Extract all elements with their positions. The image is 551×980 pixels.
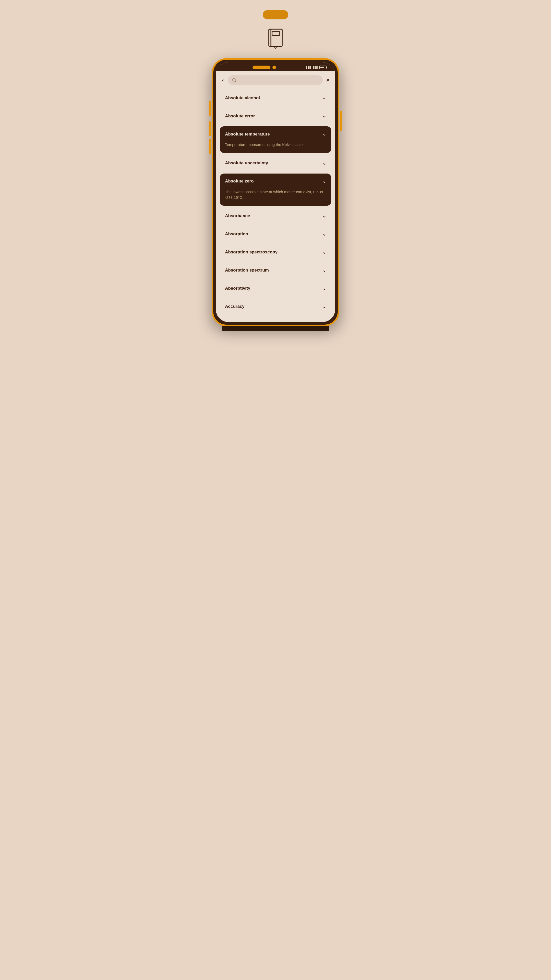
def-item-header-absolute-error[interactable]: Absolute error⌄: [220, 108, 331, 124]
notch-dot: [272, 65, 276, 69]
def-term-absorptivity: Absorptivity: [225, 286, 250, 291]
title-badge: [263, 10, 288, 19]
page-wrapper: ▮▮▮ ▮▮▮ ‹: [204, 10, 347, 326]
def-item-header-absolute-alcohol[interactable]: Absolute alcohol⌄: [220, 90, 331, 106]
chevron-icon-absorption-spectroscopy: ⌄: [322, 250, 326, 255]
svg-line-4: [235, 81, 236, 82]
search-box[interactable]: [228, 75, 323, 85]
def-term-absolute-zero: Absolute zero: [225, 179, 254, 184]
book-icon: [264, 27, 287, 51]
def-term-absorption: Absorption: [225, 231, 248, 237]
def-item-absorbance[interactable]: Absorbance⌄: [220, 208, 331, 224]
def-item-header-absorption-spectroscopy[interactable]: Absorption spectroscopy⌄: [220, 245, 331, 260]
def-term-accuracy: Accuracy: [225, 304, 245, 309]
def-item-header-absolute-zero[interactable]: Absolute zero⌄: [220, 173, 331, 189]
def-item-absorption-spectrum[interactable]: Absorption spectrum⌄: [220, 262, 331, 278]
search-icon: [232, 78, 237, 83]
def-term-absolute-alcohol: Absolute alcohol: [225, 95, 260, 100]
status-icons: ▮▮▮ ▮▮▮: [306, 65, 328, 69]
def-item-header-absorptivity[interactable]: Absorptivity⌄: [220, 281, 331, 296]
chevron-icon-absolute-error: ⌄: [322, 113, 326, 119]
battery-icon: [319, 65, 327, 69]
chevron-icon-absolute-temperature: ⌄: [322, 131, 326, 137]
def-body-absolute-temperature: Temperature measured using the Kelvin sc…: [220, 142, 331, 153]
chevron-icon-absorbance: ⌄: [322, 213, 326, 219]
def-item-absolute-uncertainty[interactable]: Absolute uncertainty⌄: [220, 156, 331, 171]
notch-pill: [252, 65, 270, 69]
def-body-absolute-zero: The lowest possible state at which matte…: [220, 189, 331, 206]
def-term-absolute-uncertainty: Absolute uncertainty: [225, 161, 268, 165]
status-notch: [252, 65, 276, 69]
def-term-absolute-temperature: Absolute temperature: [225, 132, 270, 137]
battery-fill: [321, 67, 324, 68]
chevron-icon-absorption-spectrum: ⌄: [322, 268, 326, 273]
def-item-absolute-temperature[interactable]: Absolute temperature⌄Temperature measure…: [220, 126, 331, 153]
def-term-absolute-error: Absolute error: [225, 114, 255, 119]
phone-screen: ▮▮▮ ▮▮▮ ‹: [216, 62, 335, 322]
definitions-list: Absolute alcohol⌄Absolute error⌄Absolute…: [216, 88, 335, 322]
def-item-header-accuracy[interactable]: Accuracy⌄: [220, 299, 331, 314]
def-item-absorptivity[interactable]: Absorptivity⌄: [220, 281, 331, 296]
def-term-absorption-spectroscopy: Absorption spectroscopy: [225, 250, 278, 255]
signal-icon: ▮▮▮: [306, 65, 311, 69]
phone-outer: ▮▮▮ ▮▮▮ ‹: [212, 58, 339, 326]
svg-rect-2: [272, 32, 279, 35]
chevron-icon-absorption: ⌄: [322, 231, 326, 237]
def-item-header-absorbance[interactable]: Absorbance⌄: [220, 208, 331, 224]
def-item-header-absolute-temperature[interactable]: Absolute temperature⌄: [220, 126, 331, 142]
def-item-absolute-alcohol[interactable]: Absolute alcohol⌄: [220, 90, 331, 106]
chevron-icon-absorptivity: ⌄: [322, 286, 326, 291]
def-item-absorption-spectroscopy[interactable]: Absorption spectroscopy⌄: [220, 245, 331, 260]
wifi-icon: ▮▮▮: [313, 65, 318, 69]
status-bar: ▮▮▮ ▮▮▮: [216, 62, 335, 71]
phone-frame: ▮▮▮ ▮▮▮ ‹: [212, 58, 339, 326]
chevron-icon-absolute-zero: ⌄: [322, 179, 326, 184]
chevron-icon-accuracy: ⌄: [322, 304, 326, 309]
def-item-absolute-error[interactable]: Absolute error⌄: [220, 108, 331, 124]
def-item-header-absorption[interactable]: Absorption⌄: [220, 226, 331, 242]
back-button[interactable]: ‹: [221, 76, 225, 84]
chevron-icon-absolute-alcohol: ⌄: [322, 95, 326, 100]
def-item-absolute-zero[interactable]: Absolute zero⌄The lowest possible state …: [220, 173, 331, 206]
def-item-accuracy[interactable]: Accuracy⌄: [220, 299, 331, 314]
chevron-icon-absolute-uncertainty: ⌄: [322, 161, 326, 166]
def-item-header-absolute-uncertainty[interactable]: Absolute uncertainty⌄: [220, 156, 331, 171]
def-item-absorption[interactable]: Absorption⌄: [220, 226, 331, 242]
search-area: ‹ ✕: [216, 71, 335, 88]
clear-button[interactable]: ✕: [326, 77, 330, 83]
def-item-header-absorption-spectrum[interactable]: Absorption spectrum⌄: [220, 262, 331, 278]
def-term-absorption-spectrum: Absorption spectrum: [225, 268, 269, 273]
def-term-absorbance: Absorbance: [225, 213, 250, 218]
